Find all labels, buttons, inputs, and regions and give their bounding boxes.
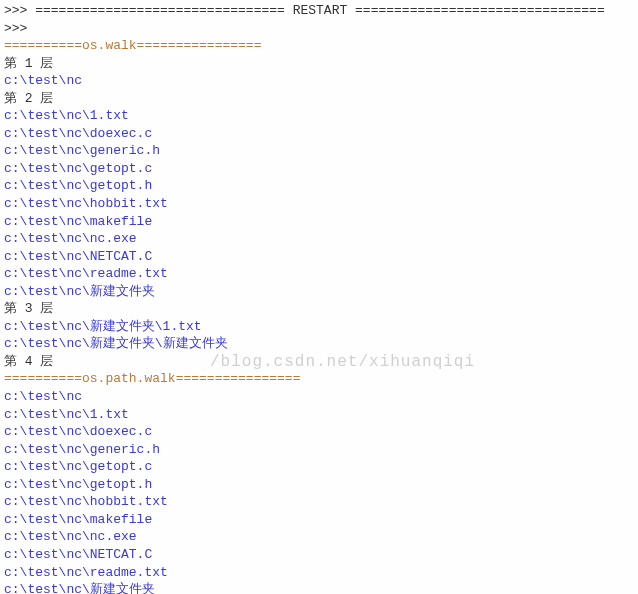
layer-label: 第 1 层 [4,55,634,73]
file-path: c:\test\nc\新建文件夹\1.txt [4,318,634,336]
file-path: c:\test\nc\getopt.c [4,458,634,476]
section-os-path-walk-title: ==========os.path.walk================ [4,370,634,388]
restart-line: >>> ================================ RES… [4,2,634,20]
file-path: c:\test\nc\doexec.c [4,125,634,143]
file-path: c:\test\nc [4,388,634,406]
file-path: c:\test\nc\NETCAT.C [4,546,634,564]
file-path: c:\test\nc\nc.exe [4,230,634,248]
layer-label: 第 2 层 [4,90,634,108]
section-os-walk-title: ==========os.walk================ [4,37,634,55]
file-path: c:\test\nc\新建文件夹\新建文件夹 [4,335,634,353]
file-path: c:\test\nc\generic.h [4,142,634,160]
file-path: c:\test\nc\1.txt [4,406,634,424]
file-path: c:\test\nc\readme.txt [4,265,634,283]
layer-label: 第 3 层 [4,300,634,318]
file-path: c:\test\nc\readme.txt [4,564,634,582]
file-path: c:\test\nc\makefile [4,213,634,231]
prompt-line: >>> [4,20,634,38]
file-path: c:\test\nc\hobbit.txt [4,195,634,213]
file-path: c:\test\nc [4,72,634,90]
console-output: >>> ================================ RES… [4,2,634,594]
file-path: c:\test\nc\1.txt [4,107,634,125]
file-path: c:\test\nc\makefile [4,511,634,529]
file-path: c:\test\nc\getopt.c [4,160,634,178]
layer-label: 第 4 层 [4,353,634,371]
file-path: c:\test\nc\getopt.h [4,177,634,195]
file-path: c:\test\nc\新建文件夹 [4,283,634,301]
file-path: c:\test\nc\新建文件夹 [4,581,634,594]
file-path: c:\test\nc\NETCAT.C [4,248,634,266]
file-path: c:\test\nc\generic.h [4,441,634,459]
file-path: c:\test\nc\getopt.h [4,476,634,494]
file-path: c:\test\nc\nc.exe [4,528,634,546]
file-path: c:\test\nc\doexec.c [4,423,634,441]
file-path: c:\test\nc\hobbit.txt [4,493,634,511]
